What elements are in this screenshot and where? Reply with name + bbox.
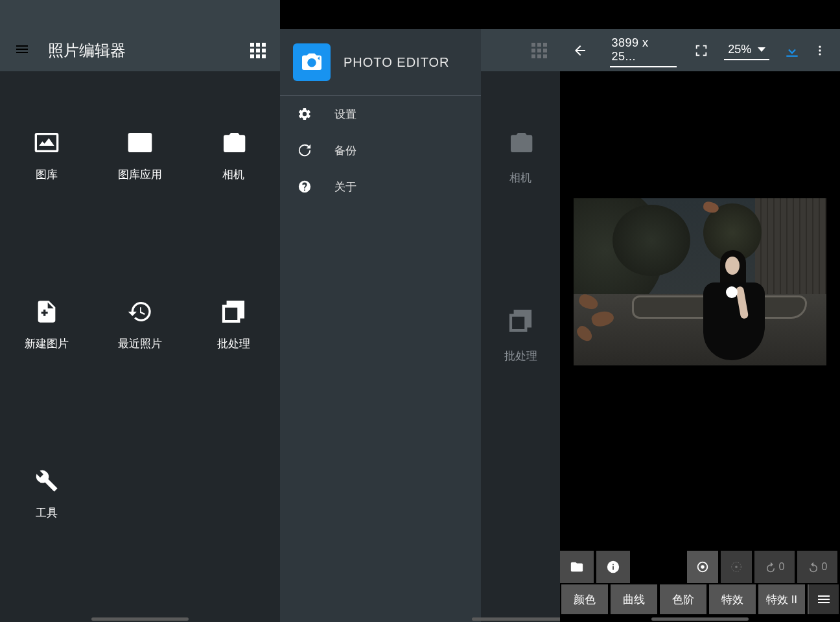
camera-icon [220,130,246,156]
status-bar [280,0,481,29]
gallery-app-button[interactable]: 图库应用 [93,130,187,182]
info-button[interactable] [596,551,630,583]
help-icon [297,179,312,194]
new-image-button[interactable]: 新建图片 [0,299,93,351]
app-name: PHOTO EDITOR [344,55,450,70]
apps-icon[interactable] [250,43,266,58]
menu-settings-label: 设置 [334,107,356,122]
wrench-icon [34,468,60,494]
tab-effects[interactable]: 特效 [709,584,756,614]
batch-label: 批处理 [217,336,250,351]
tab-color[interactable]: 颜色 [561,584,608,614]
redo-button[interactable]: 0 [797,551,837,583]
camera-button[interactable]: 相机 [187,130,280,182]
editor-topbar: 3899 x 25... 25% [560,29,840,71]
svg-point-1 [819,49,821,51]
svg-point-6 [735,566,738,568]
zoom-value: 25% [728,43,751,56]
home-screen: 照片编辑器 图库 图库应用 相机 [0,0,280,622]
tab-levels[interactable]: 色阶 [660,584,706,614]
camera-label: 相机 [509,170,531,185]
camera-label: 相机 [222,167,244,182]
svg-point-2 [819,53,821,55]
more-button[interactable] [810,40,831,62]
status-bar [560,0,840,29]
compare-button[interactable] [721,551,752,583]
navigation-drawer: PHOTO EDITOR 设置 备份 关于 [280,0,481,622]
undo-button[interactable]: 0 [754,551,795,583]
gallery-label: 图库 [36,167,58,182]
canvas[interactable] [560,71,840,551]
action-toolbar: 0 0 [560,551,840,583]
batch-button[interactable]: 批处理 [481,308,560,363]
nav-bar-indicator [651,617,749,621]
batch-label: 批处理 [504,349,537,363]
tabs-menu-button[interactable] [809,584,839,614]
svg-point-4 [701,565,705,569]
back-button[interactable] [569,40,590,62]
gallery-button[interactable]: 图库 [0,130,93,182]
drawer-backdrop[interactable]: 相机 批处理 [481,0,560,622]
app-logo-icon [293,43,331,81]
app-title: 照片编辑器 [48,40,126,61]
drawer-header: PHOTO EDITOR [280,29,481,96]
menu-about[interactable]: 关于 [280,168,481,205]
gallery-app-label: 图库应用 [118,167,162,182]
gear-icon [297,106,312,122]
camera-button[interactable]: 相机 [481,130,560,185]
drawer-screen: PHOTO EDITOR 设置 备份 关于 [280,0,560,622]
target-button[interactable] [687,551,718,583]
redo-count: 0 [822,561,828,573]
tools-button[interactable]: 工具 [0,468,93,520]
editor-screen: 3899 x 25... 25% [560,0,840,622]
new-image-label: 新建图片 [25,336,69,351]
menu-backup[interactable]: 备份 [280,132,481,168]
image-filled-icon [127,130,153,156]
history-icon [127,299,153,325]
edited-image [574,198,826,365]
stack-icon [508,308,533,349]
tab-curves[interactable]: 曲线 [611,584,657,614]
fullscreen-button[interactable] [691,40,712,62]
svg-point-0 [819,45,821,47]
apps-icon[interactable] [531,43,547,58]
zoom-dropdown[interactable]: 25% [724,40,769,60]
image-dimensions[interactable]: 3899 x 25... [610,34,676,67]
chevron-down-icon [758,47,765,52]
status-bar [481,0,560,29]
undo-count: 0 [779,561,785,573]
stack-icon [220,299,246,325]
recent-button[interactable]: 最近照片 [93,299,187,351]
save-button[interactable] [781,40,802,62]
image-icon [34,130,60,156]
menu-backup-label: 备份 [334,143,356,158]
nav-bar-indicator [472,617,569,621]
batch-button[interactable]: 批处理 [187,299,280,351]
tools-label: 工具 [36,505,58,520]
recent-label: 最近照片 [118,336,162,351]
restore-icon [297,143,312,158]
menu-settings[interactable]: 设置 [280,96,481,132]
tab-effects2[interactable]: 特效 II [758,584,805,614]
new-file-icon [34,299,60,325]
menu-about-label: 关于 [334,179,356,194]
nav-bar-indicator [91,617,189,621]
edit-tabs: 颜色 曲线 色阶 特效 特效 II [560,584,840,614]
menu-icon[interactable] [14,41,30,60]
open-button[interactable] [560,551,594,583]
camera-icon [508,130,533,170]
